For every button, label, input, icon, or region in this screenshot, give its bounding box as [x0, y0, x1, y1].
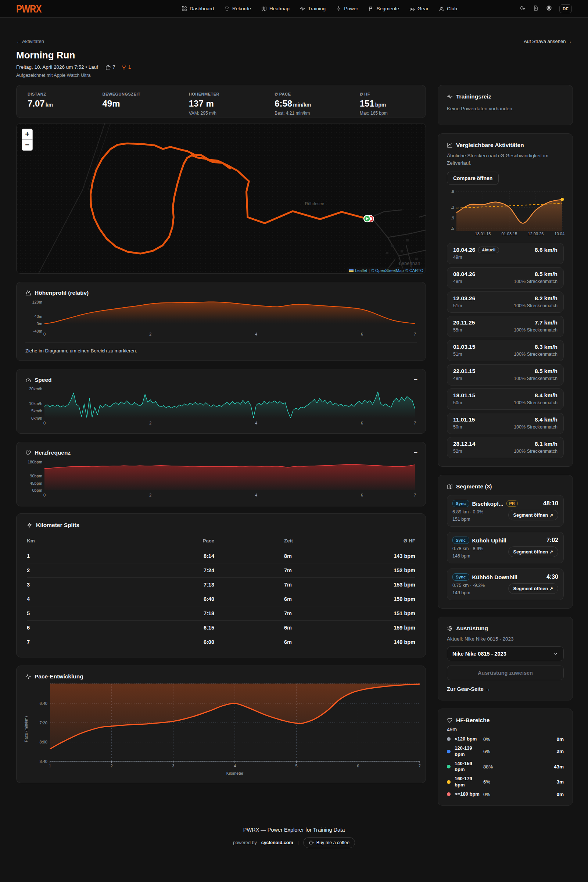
nav-item-gear[interactable]: Gear [406, 4, 432, 14]
coffee-button[interactable]: Buy me a coffee [303, 837, 355, 848]
nav-item-training[interactable]: Training [296, 4, 329, 14]
speed-collapse-button[interactable]: − [413, 376, 417, 384]
speed-chart[interactable]: 20km/h10km/h5km/h0km/h02467 [26, 386, 417, 426]
nav-item-heatmap[interactable]: Heatmap [258, 4, 293, 14]
nav-item-club[interactable]: Club [435, 4, 461, 14]
svg-text:6: 6 [357, 764, 359, 768]
splits-row: 46:406m150 bpm [27, 592, 415, 606]
stat-label: Ø PACE [274, 92, 360, 96]
nav-item-rekorde[interactable]: Rekorde [220, 4, 255, 14]
similar-activity-item[interactable]: 11.01.1550m8.4 km/h100% Streckenmatch [447, 413, 564, 434]
svg-text:45bpm: 45bpm [30, 481, 42, 486]
activity-item-date: 18.01.15 [453, 392, 475, 399]
segment-open-button[interactable]: Segment öffnen ↗ [508, 510, 558, 520]
site-link[interactable]: cyclenoid.com [261, 840, 293, 845]
nav-item-dashboard[interactable]: Dashboard [178, 4, 218, 14]
segment-open-button[interactable]: Segment öffnen ↗ [508, 546, 558, 557]
carto-link[interactable]: © CARTO [405, 268, 423, 273]
splits-cell: 7 [27, 635, 185, 650]
gear-select[interactable]: Nike Nike 0815 - 2023 [447, 646, 564, 661]
svg-text:12.03.26: 12.03.26 [528, 231, 544, 236]
awards-count: 1 [128, 64, 131, 70]
heart-rate-card: Herzfrequenz − 180bpm90bpm45bpm0bpm02467 [16, 442, 426, 506]
route-map[interactable]: + − RöhrleseeLebenhan Leaflet | © OpenSt… [16, 123, 426, 274]
splits-row: 27:247m152 bpm [27, 563, 415, 578]
gear-page-link[interactable]: Zur Gear-Seite → [447, 686, 564, 692]
segment-time: 7:02 [546, 537, 558, 543]
gear-icon [447, 626, 453, 632]
similar-activity-item[interactable]: 08.04.2649m8.5 km/h100% Streckenmatch [447, 267, 564, 288]
activity-item-date: 12.03.26 [453, 295, 475, 302]
activity-item-date: 01.03.15 [453, 344, 475, 350]
leaflet-link[interactable]: Leaflet [355, 268, 367, 273]
svg-text:1: 1 [49, 764, 51, 768]
similar-activity-item[interactable]: 10.04.26Aktuell49m8.6 km/h [447, 243, 564, 264]
strava-link[interactable]: Auf Strava ansehen → [524, 39, 572, 44]
similar-activity-item[interactable]: 01.03.1551m8.3 km/h100% Streckenmatch [447, 340, 564, 361]
pace-chart[interactable]: 6:407:208:008:401234567Pace (min/km)Kilo… [22, 681, 420, 776]
segment-meta: 0.78 km · 8.9% [452, 546, 483, 551]
activity-meta: Freitag, 10. April 2026 um 7:52 • Lauf 7… [16, 64, 572, 70]
osm-link[interactable]: © OpenStreetMap [371, 268, 404, 273]
trainingsreiz-empty: Keine Powerdaten vorhanden. [447, 106, 564, 111]
svg-text:4: 4 [255, 421, 257, 425]
zone-dot [447, 792, 450, 796]
splits-cell: 7m [214, 606, 372, 621]
svg-text:40m: 40m [34, 314, 42, 319]
elevation-chart[interactable]: 120m40m0m-40m02467 [26, 299, 417, 337]
activity-item-duration: 51m [453, 352, 475, 357]
zone-label: 140-159bpm [454, 761, 483, 773]
settings-gear-icon [546, 5, 552, 11]
compare-open-button[interactable]: Compare öffnen [447, 172, 499, 185]
heart-rate-chart[interactable]: 180bpm90bpm45bpm0bpm02467 [26, 458, 417, 499]
mountain-icon [26, 290, 31, 296]
comparison-chart[interactable]: .9.3.9.518.01.1501.03.1512.03.2610.04.26 [447, 189, 564, 236]
segment-open-button[interactable]: Segment öffnen ↗ [508, 583, 558, 594]
back-link[interactable]: ← Aktivitäten [16, 39, 44, 44]
brand-logo[interactable]: PWRX [16, 3, 48, 15]
elevation-hint: Ziehe im Diagramm, um einen Bereich zu m… [26, 342, 417, 354]
splits-table: KmPaceZeitØ HF 18:148m143 bpm27:247m152 … [27, 535, 415, 649]
zoom-in-button[interactable]: + [22, 129, 33, 140]
nav-item-label: Training [308, 6, 326, 11]
settings-gear-button[interactable] [546, 5, 552, 12]
zoom-out-button[interactable]: − [22, 140, 33, 151]
splits-cell: 6 [27, 621, 185, 635]
activity-item-duration: 49m [453, 255, 499, 260]
stat-value: 137 m [189, 99, 274, 109]
gear-assign-button[interactable]: Ausrüstung zuweisen [447, 666, 564, 680]
heart-collapse-button[interactable]: − [413, 449, 417, 456]
zone-label: 160-179bpm [454, 776, 483, 788]
file-export-button[interactable] [533, 5, 539, 12]
similar-activity-item[interactable]: 20.11.2555m7.7 km/h100% Streckenmatch [447, 316, 564, 337]
svg-text:6: 6 [361, 332, 363, 336]
splits-cell: 6:00 [185, 635, 214, 650]
svg-text:7: 7 [414, 493, 416, 497]
activity-item-date: 28.12.14 [453, 441, 475, 447]
comparison-card: Vergleichbare Aktivitäten Ähnliche Strec… [438, 134, 573, 467]
activity-item-match: 100% Streckenmatch [514, 400, 558, 405]
svg-text:2: 2 [149, 332, 152, 336]
zone-percent: 6% [483, 779, 490, 784]
flag-icon [368, 6, 374, 11]
nav-item-segmente[interactable]: Segmente [364, 4, 403, 14]
similar-activity-item[interactable]: 12.03.2651m8.2 km/h100% Streckenmatch [447, 291, 564, 313]
splits-card: Kilometer Splits KmPaceZeitØ HF 18:148m1… [16, 513, 426, 657]
splits-cell: 7:24 [185, 563, 214, 578]
moon-button[interactable] [520, 5, 525, 12]
trophy-icon [224, 6, 230, 11]
zone-dot [447, 765, 450, 768]
similar-activity-item[interactable]: 22.01.1549m8.5 km/h100% Streckenmatch [447, 364, 564, 386]
similar-activity-item[interactable]: 28.12.1452m8.1 km/h100% Streckenmatch [447, 437, 564, 458]
bike-icon [410, 6, 415, 11]
language-button[interactable]: DE [560, 4, 572, 13]
stat-bewegungszeit: BEWEGUNGSZEIT49m [102, 92, 189, 111]
svg-text:120m: 120m [32, 300, 42, 304]
svg-text:2: 2 [149, 493, 152, 497]
gear-title: Ausrüstung [456, 625, 488, 632]
similar-activity-item[interactable]: 18.01.1550m8.4 km/h100% Streckenmatch [447, 388, 564, 410]
stat-value: 7.07km [28, 99, 102, 109]
hf-zone-row: 140-159bpm88%43m [447, 761, 564, 773]
coffee-icon [309, 840, 314, 845]
nav-item-power[interactable]: Power [332, 4, 362, 14]
